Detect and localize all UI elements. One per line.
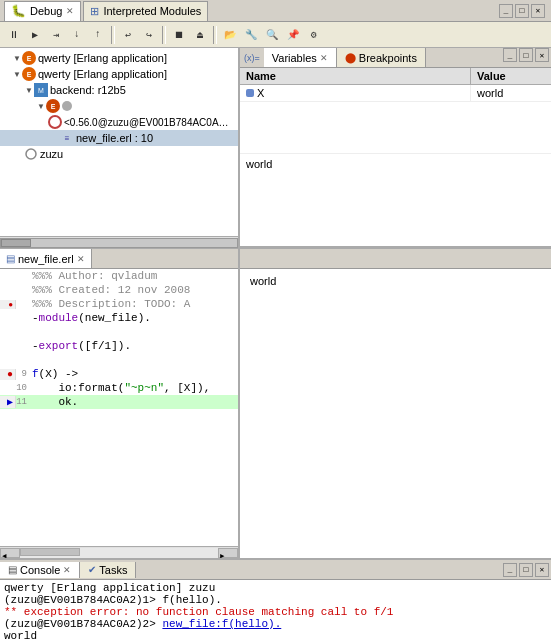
toolbar-disconnect-btn[interactable]: ⏏ [190,25,210,45]
editor-tab-label: new_file.erl [18,253,74,265]
linecontent-3: %%% Description: TODO: A [30,298,190,310]
var-col-name-header: Name [240,68,471,84]
variables-tab-close[interactable]: ✕ [320,53,328,63]
console-close-btn[interactable]: ✕ [535,563,549,577]
toolbar-search-btn[interactable]: 🔍 [262,25,282,45]
breakpoint-indicator-3: ● [8,300,13,309]
code-line-4: -module(new_file). [0,311,238,325]
toolbar-step-return-btn[interactable]: ↑ [88,25,108,45]
console-output[interactable]: qwerty [Erlang application] zuzu (zuzu@E… [0,580,551,642]
proc2-icon [24,147,38,161]
code-content[interactable]: %%% Author: qvladum %%% Created: 12 nov … [0,269,238,546]
tree-item-zuzu[interactable]: zuzu [0,146,238,162]
tree-label-process: <0.56.0@zuzu@EV001B784AC0A2> [break] {er… [64,117,229,128]
console-panel-controls: _ □ ✕ [503,563,551,577]
toolbar-sep3 [213,26,217,44]
expand-icon-3[interactable] [24,85,34,95]
console-tab-close[interactable]: ✕ [63,565,71,575]
process-icon [48,115,62,129]
toolbar-play-btn[interactable]: ▶ [25,25,45,45]
editor-tab-close[interactable]: ✕ [77,254,85,264]
hscroll-thumb[interactable] [20,548,80,556]
toolbar-settings-btn[interactable]: ⚙ [304,25,324,45]
var-maximize-btn[interactable]: □ [519,48,533,62]
toolbar-resume-btn[interactable]: ⏸ [4,25,24,45]
hscroll-track[interactable] [20,548,218,558]
toolbar-open-btn[interactable]: 📂 [220,25,240,45]
vars-tab-icon-label: (x)= [240,48,264,67]
interpreted-icon: ⊞ [90,5,99,18]
variable-row-x[interactable]: X world [240,85,551,102]
erlang-icon-3: E [46,99,60,113]
linecontent-10: io:format("~p~n", [X]), [30,382,210,394]
erlang-icon-4 [62,101,72,111]
debug-tab[interactable]: 🐛 Debug ✕ [4,1,81,21]
debug-scrollbar[interactable] [0,236,238,248]
console-maximize-btn[interactable]: □ [519,563,533,577]
editor-tab-newfile[interactable]: ▤ new_file.erl ✕ [0,249,92,268]
scrollbar-track[interactable] [0,238,238,248]
erlang-icon-2: E [22,67,36,81]
tasks-tab-label: Tasks [99,564,127,576]
toolbar-step-into-btn[interactable]: ↓ [67,25,87,45]
tree-item-erlang-node[interactable]: E [0,98,238,114]
gutter-11: ▶ [0,396,16,408]
tree-item-backend[interactable]: M backend: r12b5 [0,82,238,98]
breakpoints-icon: ⬤ [345,52,356,63]
editor-hscroll[interactable]: ◂ ▸ [0,546,238,558]
linecontent-6: -export([f/1]). [30,340,131,352]
expand-icon-2[interactable] [12,69,22,79]
console-line-2: (zuzu@EV001B784AC0A2)1> f(hello). [4,594,547,606]
right-editor-display: world [240,249,551,558]
upper-panels: E qwerty [Erlang application] E qwerty [… [0,48,551,248]
toolbar-drop-frame-btn[interactable]: ↩ [118,25,138,45]
interpreted-modules-tab[interactable]: ⊞ Interpreted Modules [83,1,208,21]
top-tabbar: 🐛 Debug ✕ ⊞ Interpreted Modules _ □ ✕ [0,0,551,22]
hscroll-right[interactable]: ▸ [218,548,238,558]
editor-tabbar: ▤ new_file.erl ✕ [0,249,238,269]
variables-tab[interactable]: Variables ✕ [264,48,337,67]
linenum-10: 10 [16,383,30,393]
minimize-btn[interactable]: _ [499,4,513,18]
breakpoints-tab[interactable]: ⬤ Breakpoints [337,48,426,67]
var-minimize-btn[interactable]: _ [503,48,517,62]
debug-tree-panel: E qwerty [Erlang application] E qwerty [… [0,48,240,248]
toolbar-step-over-btn[interactable]: ⇥ [46,25,66,45]
tree-label-backend: backend: r12b5 [50,84,126,96]
lines-icon: ≡ [60,131,74,145]
linecontent-9: f(X) -> [30,368,78,380]
toolbar-properties-btn[interactable]: 🔧 [241,25,261,45]
tree-item-process[interactable]: <0.56.0@zuzu@EV001B784AC0A2> [break] {er… [0,114,238,130]
console-icon: ▤ [8,564,17,575]
hscroll-left[interactable]: ◂ [0,548,20,558]
tasks-tab[interactable]: ✔ Tasks [80,562,136,578]
expand-icon-4[interactable] [36,101,46,111]
variables-table: Name Value X world [240,68,551,153]
tree-item-qwerty2[interactable]: E qwerty [Erlang application] [0,66,238,82]
var-close-btn[interactable]: ✕ [535,48,549,62]
var-dot-icon [246,89,254,97]
console-link-newfile[interactable]: new_file:f(hello). [162,618,281,630]
toolbar-use-step-btn[interactable]: ↪ [139,25,159,45]
scrollbar-thumb[interactable] [1,239,31,247]
toolbar-pin-btn[interactable]: 📌 [283,25,303,45]
tree-item-newfile[interactable]: ≡ new_file.erl : 10 [0,130,238,146]
var-col-value-header: Value [471,68,551,84]
var-table-header: Name Value [240,68,551,85]
var-panel-controls: _ □ ✕ [503,48,551,67]
right-panel-tabbar [240,249,551,269]
debug-tab-close[interactable]: ✕ [66,6,74,16]
linecontent-11: ok. [30,396,78,408]
erlang-icon-1: E [22,51,36,65]
linecontent-2: %%% Created: 12 nov 2008 [30,284,190,296]
code-line-9: ● 9 f(X) -> [0,367,238,381]
expand-icon-1[interactable] [12,53,22,63]
tree-item-qwerty1[interactable]: E qwerty [Erlang application] [0,50,238,66]
debug-tree[interactable]: E qwerty [Erlang application] E qwerty [… [0,48,238,236]
close-btn[interactable]: ✕ [531,4,545,18]
maximize-btn[interactable]: □ [515,4,529,18]
toolbar-stop-btn[interactable]: ⏹ [169,25,189,45]
code-line-10: 10 io:format("~p~n", [X]), [0,381,238,395]
console-minimize-btn[interactable]: _ [503,563,517,577]
console-tab[interactable]: ▤ Console ✕ [0,562,80,578]
